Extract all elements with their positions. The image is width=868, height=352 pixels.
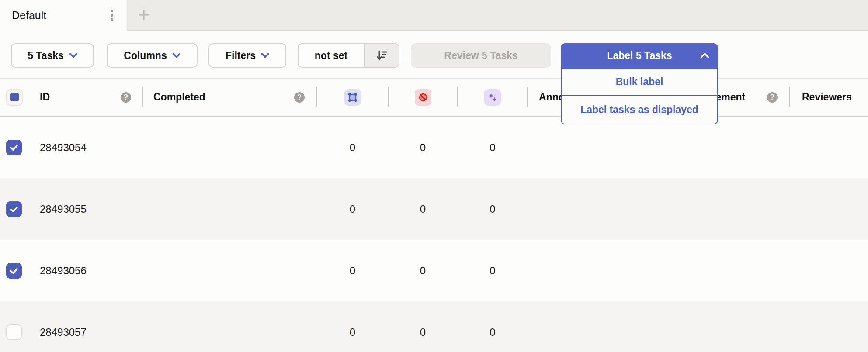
check-icon [9, 204, 19, 214]
annotations-count: 0 [350, 203, 355, 215]
select-all-checkbox[interactable] [6, 89, 23, 106]
table-row[interactable]: 28493056 0 0 0 [0, 240, 868, 301]
header-divider [457, 87, 458, 107]
annotators-cell [528, 240, 682, 301]
tasks-dropdown-label: 5 Tasks [28, 50, 64, 62]
add-tab-button[interactable] [134, 0, 154, 30]
cancelled-count: 0 [420, 203, 426, 215]
annotators-cell [528, 117, 682, 178]
columns-dropdown-button[interactable]: Columns [107, 43, 198, 68]
label-tasks-menu: Bulk label Label tasks as displayed [561, 68, 718, 124]
table-body: 28493054 0 0 0 28493055 0 0 0 28493056 0… [0, 117, 868, 352]
header-divider [388, 87, 389, 107]
agreement-cell [682, 301, 790, 352]
task-id: 28493057 [40, 326, 87, 338]
chevron-down-icon [69, 53, 77, 59]
label-tasks-label: Label 5 Tasks [607, 50, 672, 62]
menu-item-label-as-displayed[interactable]: Label tasks as displayed [562, 96, 717, 124]
sort-direction-button[interactable] [364, 44, 399, 67]
row-checkbox[interactable] [6, 201, 22, 217]
no-entry-icon [415, 89, 431, 106]
question-mark-icon[interactable]: ? [121, 92, 131, 103]
column-header-annotations[interactable] [317, 79, 388, 116]
cancelled-count: 0 [420, 326, 426, 338]
predictions-count: 0 [490, 265, 495, 277]
task-id: 28493056 [40, 265, 87, 277]
completed-cell [142, 301, 317, 352]
columns-dropdown-label: Columns [124, 50, 167, 62]
tab-title: Default [12, 9, 46, 22]
row-checkbox[interactable] [6, 263, 22, 279]
predictions-count: 0 [490, 141, 495, 154]
task-id: 28493055 [40, 203, 87, 215]
bounding-box-icon [344, 89, 361, 106]
task-id: 28493054 [40, 141, 87, 154]
column-header-cancelled[interactable] [388, 79, 458, 116]
annotations-count: 0 [350, 326, 355, 338]
row-checkbox[interactable] [6, 140, 22, 155]
table-row[interactable]: 28493054 0 0 0 [0, 117, 868, 178]
ordering-control: not set [298, 43, 399, 68]
tasks-dropdown-button[interactable]: 5 Tasks [11, 43, 94, 68]
toolbar: 5 Tasks Columns Filters not set [0, 31, 868, 79]
check-icon [9, 266, 19, 276]
menu-item-bulk-label[interactable]: Bulk label [562, 69, 717, 96]
predictions-count: 0 [490, 326, 495, 338]
question-mark-icon[interactable]: ? [294, 92, 305, 103]
chevron-down-icon [172, 53, 181, 59]
table-row[interactable]: 28493055 0 0 0 [0, 178, 868, 240]
reviewers-cell [790, 240, 868, 301]
tab-default[interactable]: Default [0, 0, 127, 31]
column-header-completed[interactable]: Completed ? [142, 79, 317, 116]
reviewers-cell [790, 301, 868, 352]
reviewers-cell [790, 117, 868, 178]
header-divider [316, 87, 317, 107]
annotators-cell [528, 178, 682, 240]
completed-cell [142, 240, 317, 301]
header-divider [527, 87, 528, 107]
chevron-down-icon [261, 53, 269, 59]
ordering-value-button[interactable]: not set [299, 44, 364, 67]
cancelled-count: 0 [420, 141, 426, 154]
question-mark-icon[interactable]: ? [767, 92, 778, 103]
reviewers-cell [790, 178, 868, 240]
row-checkbox[interactable] [6, 324, 22, 340]
column-header-id[interactable]: ID ? [26, 79, 142, 116]
predictions-count: 0 [490, 203, 495, 215]
agreement-cell [682, 178, 790, 240]
column-header-reviewers-label: Reviewers [802, 91, 852, 103]
check-icon [9, 142, 19, 153]
ordering-value-label: not set [315, 50, 347, 62]
filters-dropdown-label: Filters [226, 50, 256, 62]
sort-descending-icon [375, 48, 389, 62]
cancelled-count: 0 [420, 265, 426, 277]
header-divider [142, 87, 143, 107]
plus-icon [136, 7, 151, 22]
filters-dropdown-button[interactable]: Filters [208, 43, 286, 68]
table-row[interactable]: 28493057 0 0 0 [0, 301, 868, 352]
column-header-predictions[interactable] [458, 79, 528, 116]
kebab-menu-icon[interactable] [106, 0, 118, 31]
agreement-cell [682, 240, 790, 301]
completed-cell [142, 178, 317, 240]
label-tasks-control: Label 5 Tasks Bulk label Label tasks as … [561, 43, 718, 68]
select-all-cell [0, 79, 26, 116]
column-header-completed-label: Completed [153, 91, 205, 103]
tab-strip: Default [0, 0, 868, 31]
label-tasks-button[interactable]: Label 5 Tasks [561, 43, 718, 68]
column-header-id-label: ID [40, 91, 50, 103]
annotators-cell [528, 301, 682, 352]
chevron-up-icon [700, 53, 709, 59]
column-header-reviewers[interactable]: Reviewers [790, 79, 868, 116]
table-header: ID ? Completed ? [0, 79, 868, 117]
sparkles-icon [484, 89, 501, 106]
annotations-count: 0 [350, 141, 355, 154]
annotations-count: 0 [350, 265, 355, 277]
agreement-cell [682, 117, 790, 178]
review-tasks-label: Review 5 Tasks [444, 50, 517, 62]
review-tasks-button[interactable]: Review 5 Tasks [411, 43, 551, 68]
completed-cell [142, 117, 317, 178]
header-divider [789, 87, 790, 107]
